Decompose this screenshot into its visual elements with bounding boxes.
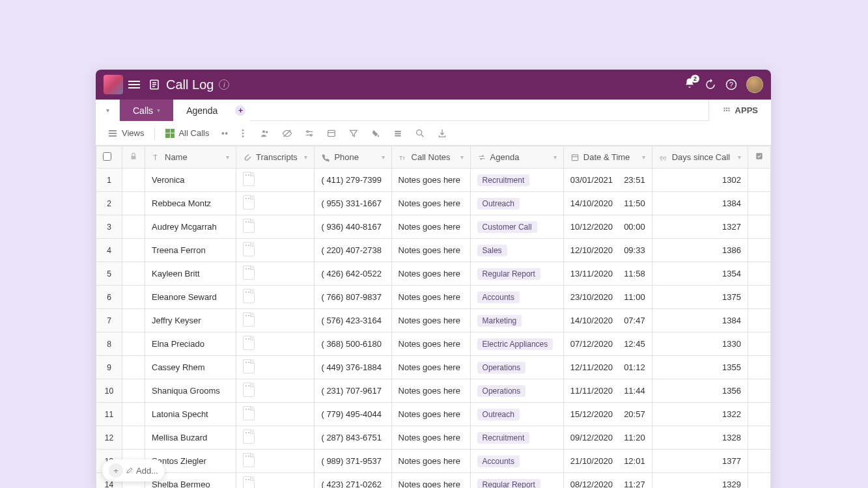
view-selector[interactable]: All Calls — [160, 126, 214, 141]
table-row[interactable]: 5 Kayleen Britt ( 426) 642-0522 Notes go… — [96, 262, 771, 286]
col-days[interactable]: f(x)Days since Call▾ — [652, 146, 748, 169]
agenda-cell[interactable]: Regular Report — [470, 262, 563, 286]
transcript-cell[interactable] — [236, 332, 315, 356]
transcript-cell[interactable] — [236, 473, 315, 489]
date-cell[interactable]: 08/12/202011:27 — [563, 473, 652, 489]
phone-cell[interactable]: ( 368) 500-6180 — [315, 332, 391, 356]
extra-cell[interactable] — [748, 169, 771, 192]
apps-button[interactable]: APPS — [708, 100, 771, 121]
notes-cell[interactable]: Notes goes here — [391, 403, 470, 426]
views-button[interactable]: Views — [102, 126, 149, 141]
add-row-button[interactable]: + Add... — [102, 459, 165, 481]
extra-cell[interactable] — [748, 450, 771, 473]
date-cell[interactable]: 07/12/202012:45 — [563, 332, 652, 356]
notes-cell[interactable]: Notes goes here — [391, 379, 470, 403]
name-cell[interactable]: Audrey Mcgarrah — [145, 215, 236, 239]
table-row[interactable]: 1 Veronica ( 411) 279-7399 Notes goes he… — [96, 169, 771, 192]
date-cell[interactable]: 14/10/202011:50 — [563, 192, 652, 215]
phone-cell[interactable]: ( 766) 807-9837 — [315, 286, 391, 309]
agenda-cell[interactable]: Operations — [470, 356, 563, 379]
notes-cell[interactable]: Notes goes here — [391, 332, 470, 356]
agenda-cell[interactable]: Accounts — [470, 450, 563, 473]
phone-cell[interactable]: ( 423) 271-0262 — [315, 473, 391, 489]
table-row[interactable]: 8 Elna Preciado ( 368) 500-6180 Notes go… — [96, 332, 771, 356]
date-cell[interactable]: 09/12/202011:20 — [563, 426, 652, 450]
tab-agenda[interactable]: Agenda — [173, 100, 231, 121]
transcript-cell[interactable] — [236, 215, 315, 239]
agenda-cell[interactable]: Outreach — [470, 192, 563, 215]
table-row[interactable]: 3 Audrey Mcgarrah ( 936) 440-8167 Notes … — [96, 215, 771, 239]
phone-cell[interactable]: ( 449) 376-1884 — [315, 356, 391, 379]
table-row[interactable]: 14 Shelba Bermeo ( 423) 271-0262 Notes g… — [96, 473, 771, 489]
transcript-cell[interactable] — [236, 450, 315, 473]
notes-cell[interactable]: Notes goes here — [391, 215, 470, 239]
extra-cell[interactable] — [748, 239, 771, 262]
table-row[interactable]: 4 Treena Ferron ( 220) 407-2738 Notes go… — [96, 239, 771, 262]
extra-cell[interactable] — [748, 403, 771, 426]
agenda-cell[interactable]: Operations — [470, 379, 563, 403]
extra-cell[interactable] — [748, 332, 771, 356]
date-cell[interactable]: 10/12/202000:00 — [563, 215, 652, 239]
agenda-cell[interactable]: Accounts — [470, 286, 563, 309]
user-avatar[interactable] — [746, 76, 763, 93]
date-cell[interactable]: 14/10/202007:47 — [563, 309, 652, 332]
agenda-cell[interactable]: Outreach — [470, 403, 563, 426]
phone-cell[interactable]: ( 779) 495-4044 — [315, 403, 391, 426]
date-cell[interactable]: 12/11/202001:12 — [563, 356, 652, 379]
tab-calls[interactable]: Calls▾ — [120, 100, 173, 121]
table-row[interactable]: 13 Santos Ziegler ( 989) 371-9537 Notes … — [96, 450, 771, 473]
name-cell[interactable]: Latonia Specht — [145, 403, 236, 426]
app-logo[interactable] — [104, 75, 123, 94]
col-phone[interactable]: Phone▾ — [315, 146, 391, 169]
name-cell[interactable]: Eleanore Seward — [145, 286, 236, 309]
row-height-icon[interactable] — [393, 128, 403, 139]
phone-cell[interactable]: ( 231) 707-9617 — [315, 379, 391, 403]
transcript-cell[interactable] — [236, 262, 315, 286]
col-name[interactable]: TName▾ — [145, 146, 236, 169]
name-cell[interactable]: Veronica — [145, 169, 236, 192]
notifications-button[interactable]: 2 — [684, 77, 695, 92]
date-cell[interactable]: 03/01/202123:51 — [563, 169, 652, 192]
history-icon[interactable] — [705, 79, 716, 90]
agenda-cell[interactable]: Marketing — [470, 309, 563, 332]
name-cell[interactable]: Jeffry Keyser — [145, 309, 236, 332]
table-scroll[interactable]: TName▾ Transcripts▾ Phone▾ TтCall Notes▾… — [96, 146, 771, 488]
hide-icon[interactable] — [282, 128, 292, 139]
search-icon[interactable] — [415, 128, 425, 139]
notes-cell[interactable]: Notes goes here — [391, 286, 470, 309]
transcript-cell[interactable] — [236, 379, 315, 403]
name-cell[interactable]: Mellisa Buzard — [145, 426, 236, 450]
transcript-cell[interactable] — [236, 286, 315, 309]
select-all-checkbox[interactable] — [103, 152, 111, 161]
col-checkbox[interactable] — [96, 146, 122, 169]
extra-cell[interactable] — [748, 379, 771, 403]
tabs-dropdown[interactable]: ▾ — [96, 100, 120, 121]
notes-cell[interactable]: Notes goes here — [391, 239, 470, 262]
table-row[interactable]: 11 Latonia Specht ( 779) 495-4044 Notes … — [96, 403, 771, 426]
col-transcripts[interactable]: Transcripts▾ — [236, 146, 315, 169]
phone-cell[interactable]: ( 989) 371-9537 — [315, 450, 391, 473]
col-extra[interactable] — [748, 146, 771, 169]
extra-cell[interactable] — [748, 262, 771, 286]
add-tab-button[interactable]: + — [231, 100, 250, 121]
date-cell[interactable]: 21/10/202012:01 — [563, 450, 652, 473]
share-icon[interactable] — [219, 128, 230, 139]
transcript-cell[interactable] — [236, 426, 315, 450]
phone-cell[interactable]: ( 936) 440-8167 — [315, 215, 391, 239]
notes-cell[interactable]: Notes goes here — [391, 262, 470, 286]
name-cell[interactable]: Shaniqua Grooms — [145, 379, 236, 403]
phone-cell[interactable]: ( 955) 331-1667 — [315, 192, 391, 215]
transcript-cell[interactable] — [236, 192, 315, 215]
phone-cell[interactable]: ( 287) 843-6751 — [315, 426, 391, 450]
settings-icon[interactable] — [304, 128, 315, 139]
export-icon[interactable] — [437, 128, 447, 139]
date-cell[interactable]: 13/11/202011:58 — [563, 262, 652, 286]
transcript-cell[interactable] — [236, 403, 315, 426]
card-icon[interactable] — [326, 128, 337, 139]
menu-icon[interactable] — [128, 81, 140, 88]
col-agenda[interactable]: Agenda▾ — [470, 146, 563, 169]
name-cell[interactable]: Cassey Rhem — [145, 356, 236, 379]
agenda-cell[interactable]: Regular Report — [470, 473, 563, 489]
notes-cell[interactable]: Notes goes here — [391, 473, 470, 489]
col-date[interactable]: Date & Time▾ — [563, 146, 652, 169]
